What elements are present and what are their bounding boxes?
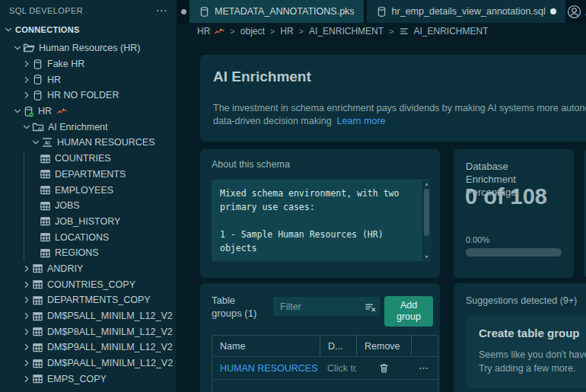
tree-item-hr[interactable]: HR <box>0 72 177 88</box>
tree-item-label: REGIONS <box>55 247 99 258</box>
chart-badge-icon <box>56 108 67 115</box>
tree-item-countries-copy[interactable]: COUNTRIES_COPY <box>0 276 177 292</box>
ai-enrichment-page: AI Enrichment The investment in schema e… <box>177 40 586 392</box>
tree-item-departments[interactable]: DEPARTMENTS <box>0 167 177 183</box>
breadcrumb-item-hr-2[interactable]: HR <box>280 26 293 37</box>
breadcrumb-separator: > <box>230 27 234 36</box>
tree-item-label: EMPS_COPY <box>47 374 107 384</box>
tree-item-human-resources-hr[interactable]: Human Resources (HR) <box>0 40 177 56</box>
table-icon <box>40 168 51 180</box>
scrollbar-thumb[interactable] <box>424 189 429 236</box>
scroll-up-icon[interactable]: ▲ <box>422 181 431 186</box>
connections-section-header[interactable]: CONNECTIONS <box>0 21 177 38</box>
breadcrumb-item-hr-0[interactable]: HR <box>197 26 225 37</box>
breadcrumb-item-ai-enrichment-3[interactable]: AI_ENRICHMENT <box>309 26 384 37</box>
chevron-right-icon <box>21 263 32 274</box>
tree-item-dm-p8all-minilm-l12-v2[interactable]: DM$P8ALL_MINILM_L12_V2 <box>0 323 177 339</box>
connections-tree: Human Resources (HR)Fake HRHRHR NO FOLDE… <box>0 40 177 387</box>
page-title: AI Enrichment <box>213 69 311 85</box>
tree-item-job-history[interactable]: JOB_HISTORY <box>0 214 177 230</box>
connections-section-label: CONNECTIONS <box>15 25 80 34</box>
tree-item-label: LOCATIONS <box>55 232 109 243</box>
tree-item-label: ANDRIY <box>47 263 83 274</box>
schema-description-textarea[interactable]: Mixed schema environment, with two prima… <box>212 180 431 261</box>
table-groups-card: Table groups (1) Add group NameD...Remov… <box>200 283 440 392</box>
about-schema-card: About this schema Mixed schema environme… <box>200 149 440 278</box>
tree-item-dm-paall-minilm-l12-v2[interactable]: DM$PAALL_MINILM_L12_V2 <box>0 355 177 371</box>
tab-label: hr_emp_details_view_annotation.sql <box>392 6 546 17</box>
tree-item-regions[interactable]: REGIONS <box>0 245 177 261</box>
breadcrumb-item-ai-enrichment-4[interactable]: AI_ENRICHMENT <box>399 26 488 37</box>
modified-dot <box>550 8 556 14</box>
column-header-blank[interactable] <box>411 336 438 356</box>
chevron-right-icon <box>21 59 32 69</box>
breadcrumb-item-object-1[interactable]: object <box>240 26 265 37</box>
breadcrumb-separator: > <box>270 27 275 36</box>
modified-dot <box>181 9 186 14</box>
group-description-cell[interactable]: Click to <box>320 357 356 379</box>
tree-item-label: DM$P5ALL_MINILM_L12_V2 <box>47 311 173 321</box>
clear-filter-icon[interactable] <box>365 301 376 313</box>
tree-item-departments-copy[interactable]: DEPARTMENTS_COPY <box>0 292 177 308</box>
tree-item-hr[interactable]: HR <box>0 104 177 120</box>
tab-overflow-stub[interactable] <box>177 0 189 23</box>
enrichment-percentage-card: Database Enrichment Percentage 0 of 108 … <box>454 149 574 278</box>
tree-item-label: AI Enrichment <box>48 122 108 132</box>
tree-item-andriy[interactable]: ANDRIY <box>0 261 177 277</box>
database-icon <box>199 6 210 18</box>
tree-item-label: Human Resources (HR) <box>39 43 140 53</box>
tree-item-employees[interactable]: EMPLOYEES <box>0 182 177 198</box>
column-header-remove[interactable]: Remove <box>356 336 411 356</box>
tree-item-label: DEPARTMENTS <box>55 169 126 180</box>
tab-hr-emp-details-view-annotation-sql[interactable]: hr_emp_details_view_annotation.sql <box>367 0 565 23</box>
enrichment-percent-label: 0.00% <box>466 235 489 244</box>
table-icon <box>40 200 51 212</box>
table-groups-label: Table groups (1) <box>212 294 268 320</box>
table-icon <box>32 342 43 353</box>
column-header-d[interactable]: D... <box>320 336 356 356</box>
tree-item-label: DEPARTMENTS_COPY <box>47 295 151 305</box>
table-icon <box>32 326 43 337</box>
learn-more-link[interactable]: Learn more <box>337 116 386 126</box>
chevron-down-icon <box>21 122 32 132</box>
chevron-right-icon <box>21 358 32 368</box>
tree-item-ai-enrichment[interactable]: AIAI Enrichment <box>0 119 177 135</box>
tree-item-locations[interactable]: LOCATIONS <box>0 229 177 245</box>
tree-item-label: JOBS <box>55 200 80 211</box>
add-group-button[interactable]: Add group <box>384 296 433 327</box>
tree-item-jobs[interactable]: JOBS <box>0 198 177 214</box>
breadcrumb-separator: > <box>389 27 393 36</box>
tree-item-fake-hr[interactable]: Fake HR <box>0 56 177 72</box>
trash-icon[interactable] <box>378 362 390 374</box>
breadcrumb-label: AI_ENRICHMENT <box>309 26 384 37</box>
tree-item-countries[interactable]: COUNTRIES <box>0 151 177 167</box>
suggestions-label: Suggestions detected (9+) <box>466 295 577 306</box>
scroll-down-icon[interactable]: ▼ <box>422 254 431 260</box>
tree-item-label: HR NO FOLDER <box>47 90 119 100</box>
group-name-link[interactable]: HUMAN RESOURCES <box>220 363 318 374</box>
suggestion-tile[interactable]: Create table group Seems like you don't … <box>466 315 586 388</box>
row-more-button[interactable]: ⋯ <box>419 362 430 374</box>
tab-metadata-annotations-pks[interactable]: METADATA_ANNOTATIONS.pks <box>189 0 364 23</box>
suggestion-title: Create table group <box>479 327 580 339</box>
empty-table-row <box>212 379 438 392</box>
breadcrumb-label: AI_ENRICHMENT <box>413 26 488 37</box>
tree-item-label: HR <box>47 75 61 85</box>
tree-item-dm-p9all-minilm-l12-v2[interactable]: DM$P9ALL_MINILM_L12_V2 <box>0 339 177 355</box>
tree-item-label: Fake HR <box>47 59 84 69</box>
table-icon <box>32 279 43 290</box>
more-actions-icon[interactable]: ⋯ <box>156 7 167 14</box>
textarea-scrollbar[interactable]: ▲ ▼ <box>422 180 431 260</box>
ai-folder-icon: AI <box>32 121 44 133</box>
chevron-right-icon <box>21 90 32 100</box>
tree-item-dm-p5all-minilm-l12-v2[interactable]: DM$P5ALL_MINILM_L12_V2 <box>0 308 177 324</box>
tree-item-hr-no-folder[interactable]: HR NO FOLDER <box>0 88 177 104</box>
filter-input[interactable] <box>273 297 380 316</box>
column-header-name[interactable]: Name <box>212 336 320 356</box>
account-button[interactable]: A <box>567 0 586 23</box>
tree-item-emps-copy[interactable]: EMPS_COPY <box>0 371 177 387</box>
enrichment-progress-bar <box>466 248 562 257</box>
page-header-card: AI Enrichment The investment in schema e… <box>200 55 586 142</box>
tree-item-human-resources[interactable]: AIHUMAN RESOURCES <box>0 135 177 151</box>
chevron-down-icon <box>12 43 23 53</box>
